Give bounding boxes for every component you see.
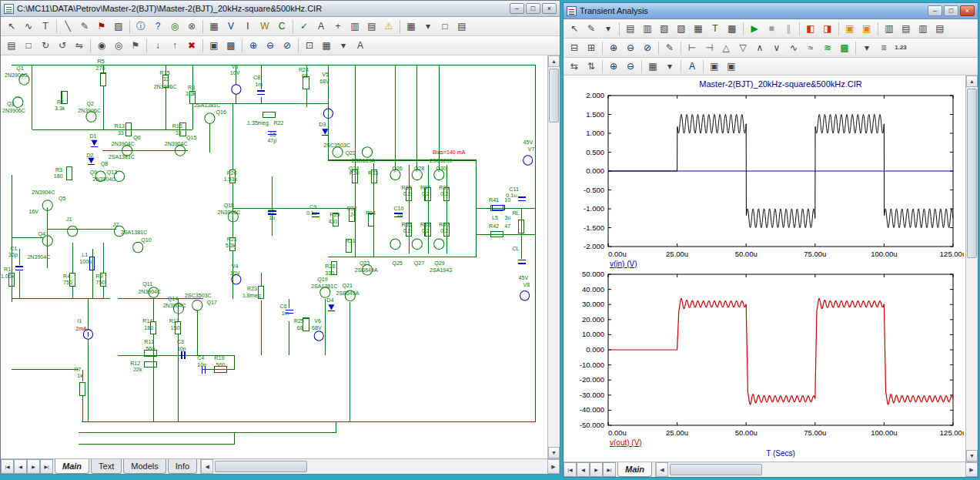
restore-button[interactable]: □ [526,3,540,14]
pan-horizontal-button[interactable]: ⇆ [566,59,583,74]
scroll-track[interactable] [668,462,965,477]
schematic-tab-main[interactable]: Main [55,459,89,474]
scroll-up-button[interactable]: ▲ [548,55,560,67]
analysis-horizontal-scrollbar[interactable]: ◀ ▶ [655,462,978,477]
cursor-left-button[interactable]: ◧ [802,21,819,36]
remove-panel-button[interactable]: ⊟ [566,40,583,55]
panel-vertical-button[interactable]: ▨ [673,21,690,36]
next-page-button[interactable]: ▶ [27,459,40,474]
low-marker-button[interactable]: ∨ [768,40,785,55]
prev-page-button[interactable]: ◀ [577,462,590,477]
scroll-left-button[interactable]: ◀ [201,459,213,474]
scroll-left-button[interactable]: ◀ [656,462,668,477]
list-view-button[interactable]: ≡ [875,40,892,55]
find-button[interactable]: ◉ [93,38,110,53]
pan-vertical-button[interactable]: ⇅ [583,59,600,74]
title-block-button[interactable]: ▤ [363,18,380,34]
scale-menu-button[interactable]: ▦ [644,59,661,74]
scroll-thumb[interactable] [215,461,307,472]
zoom-in-button[interactable]: ⊕ [605,40,622,55]
copy-to-clipboard-button[interactable]: ▣ [206,38,222,53]
data-points-button[interactable]: ▥ [881,21,898,36]
tag-right-button[interactable]: ▣ [858,21,875,36]
next-transition-button[interactable]: ⊢ [684,40,701,55]
cursor-right-button[interactable]: ◨ [819,21,836,36]
first-page-button[interactable]: |◀ [564,462,577,477]
restore-button[interactable]: □ [944,5,958,16]
select-region-button[interactable]: □ [20,38,37,53]
high-marker-button[interactable]: ∧ [751,40,768,55]
step-down-button[interactable]: ↓ [149,38,166,53]
run-button[interactable]: ▶ [746,21,763,36]
cursor-options-button[interactable]: ▾ [600,21,617,36]
scroll-thumb[interactable] [549,69,559,123]
line-mode-button[interactable]: ╲ [59,18,76,34]
zoom-in-button[interactable]: ⊕ [245,38,262,53]
grid-text-button[interactable]: A [313,18,329,34]
grid-menu-button[interactable]: ▾ [335,38,352,53]
edit-wave-button[interactable]: ✎ [661,40,678,55]
border-display-button[interactable]: ▥ [346,18,363,34]
current-display-button[interactable]: I [239,18,256,34]
clipboard-view-button[interactable]: ▤ [3,38,20,53]
wave-marker-button[interactable]: ∿ [785,40,802,55]
next-page-button[interactable]: ▶ [590,462,603,477]
schematic-tab-info[interactable]: Info [168,459,197,474]
schematic-titlebar[interactable]: C:\MC11\DATA\Petrov\Master-2(BJT)\Master… [1,1,560,17]
last-page-button[interactable]: ▶| [603,462,616,477]
tracker-button[interactable]: ▤ [898,21,915,36]
scroll-up-button[interactable]: ▲ [966,76,978,87]
schematic-vertical-scrollbar[interactable]: ▲ ▼ [547,55,560,458]
scroll-down-button[interactable]: ▼ [966,450,978,462]
color-menu-button[interactable]: ▾ [858,40,875,55]
valley-marker-button[interactable]: ▽ [734,40,751,55]
scroll-track[interactable] [213,459,547,474]
pin-connections-button[interactable]: ✓ [296,18,313,34]
zoom-last-button[interactable]: ⊘ [279,38,296,53]
schematic-horizontal-scrollbar[interactable]: ◀ ▶ [200,459,560,474]
help-mode-button[interactable]: ? [149,18,166,34]
prev-transition-button[interactable]: ⊣ [701,40,717,55]
scroll-thumb[interactable] [967,89,977,258]
analysis-titlebar[interactable]: Transient Analysis – □ × [564,3,978,19]
last-page-button[interactable]: ▶| [40,459,53,474]
stop-search-button[interactable]: ✖ [183,38,200,53]
add-panel-button[interactable]: ⊞ [583,40,600,55]
node-voltages-button[interactable]: V [222,18,239,34]
panel-split-button[interactable]: ▥ [639,21,656,36]
picture-mode-button[interactable]: ▨ [110,18,127,34]
analysis-plot-area[interactable]: Master-2(BJT)_20kHz-square&500kHz.CIR2.0… [564,76,978,462]
scroll-thumb[interactable] [670,464,762,475]
stop-button[interactable]: ■ [763,21,780,36]
grid-display-button[interactable]: ▦ [403,18,420,34]
panel-horizontal-button[interactable]: ▧ [656,21,673,36]
find-next-button[interactable]: ◎ [110,38,127,53]
grid-mode-button[interactable]: ▦ [318,38,335,53]
grid-options-button[interactable]: ▾ [420,18,436,34]
cross-area-button[interactable]: + [329,18,346,34]
mirror-button[interactable]: ⇋ [71,38,88,53]
minimize-button[interactable]: – [928,5,942,16]
zoom-fit-button[interactable]: ⊘ [639,40,656,55]
text-mode-button[interactable]: T [707,21,724,36]
power-display-button[interactable]: W [256,18,273,34]
step-up-button[interactable]: ↑ [166,38,183,53]
font-button[interactable]: A [684,59,701,74]
pause-button[interactable]: ∥ [780,21,797,36]
panel-normal-button[interactable]: ▤ [622,21,639,36]
scroll-track[interactable] [548,67,560,447]
properties-button[interactable]: ▩ [724,21,741,36]
copy-graph-button[interactable]: ▣ [706,59,723,74]
numeric-format-button[interactable]: 1.23 [892,40,909,55]
sheet-expand-button[interactable]: ▤ [453,18,470,34]
font-button[interactable]: A [352,38,369,53]
snapshot-button[interactable]: ⊡ [301,38,318,53]
node-numbers-button[interactable]: ▦ [206,18,222,34]
first-page-button[interactable]: |◀ [1,459,14,474]
condition-display-button[interactable]: C [273,18,290,34]
refresh-button[interactable]: ↻ [37,38,54,53]
schematic-tab-models[interactable]: Models [123,459,166,474]
select-tool-button[interactable]: ↖ [3,18,20,34]
analysis-tab-main[interactable]: Main [617,462,652,477]
cursor-mode-button[interactable]: ✎ [583,21,600,36]
